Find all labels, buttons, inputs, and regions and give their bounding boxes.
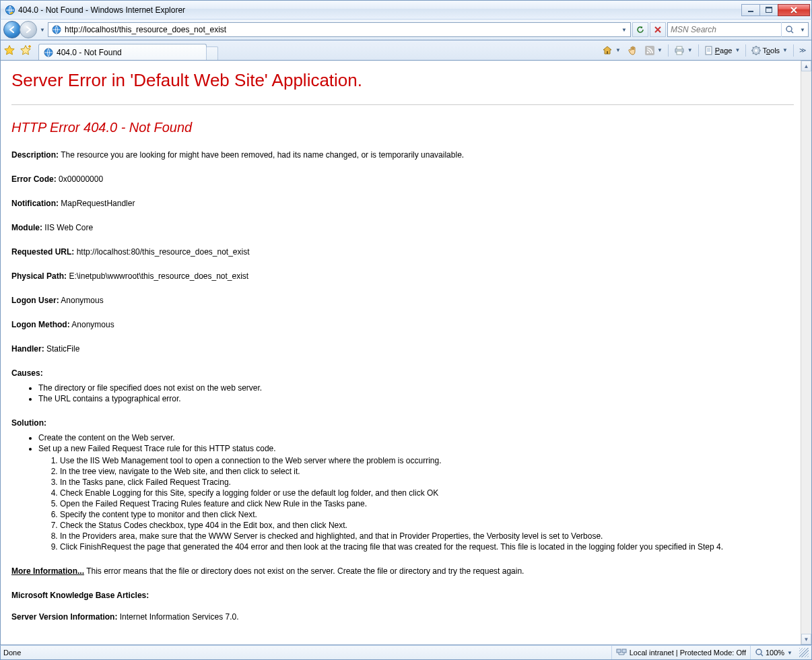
close-button[interactable] (778, 4, 810, 16)
separator (668, 44, 669, 57)
minimize-button[interactable] (741, 4, 760, 16)
field-logon-method: Logon Method: Anonymous (11, 320, 794, 329)
security-zone[interactable]: Local intranet | Protected Mode: Off (611, 646, 750, 659)
more-information: More Information... This error means tha… (11, 566, 794, 576)
new-tab-button[interactable] (206, 46, 218, 60)
command-bar: 404.0 - Not Found ▼ ▼ ▼ Page▼ Tools▼ ≫ (0, 40, 812, 61)
scroll-down-button[interactable]: ▼ (801, 634, 811, 645)
list-item: The directory or file specified does not… (38, 383, 794, 393)
status-bar: Done Local intranet | Protected Mode: Of… (0, 645, 812, 660)
list-item: Create the content on the Web server. (38, 433, 794, 442)
search-button[interactable] (781, 22, 797, 37)
resize-grip[interactable] (799, 648, 809, 657)
zoom-icon (755, 648, 764, 657)
field-logon-user: Logon User: Anonymous (11, 296, 794, 305)
zoom-value: 100% (766, 649, 784, 657)
list-item: Use the IIS Web Management tool to open … (60, 456, 794, 465)
solution-steps: Use the IIS Web Management tool to open … (60, 456, 794, 552)
active-tab[interactable]: 404.0 - Not Found (38, 44, 207, 60)
hand-tool-button[interactable] (625, 43, 641, 58)
list-item: Check the Status Codes checkbox, type 40… (60, 521, 794, 530)
field-error-code: Error Code: 0x00000000 (11, 174, 794, 184)
scroll-track[interactable] (801, 71, 811, 634)
svg-rect-7 (607, 51, 608, 54)
window-titlebar: 404.0 - Not Found - Windows Internet Exp… (0, 0, 812, 19)
divider (11, 104, 794, 105)
toolbar-overflow[interactable]: ≫ (797, 46, 809, 54)
tools-label: Tools (762, 46, 780, 55)
more-information-link[interactable]: More Information... (11, 566, 84, 576)
more-information-text: This error means that the file or direct… (86, 566, 524, 576)
svg-rect-13 (706, 46, 712, 55)
svg-point-9 (646, 51, 648, 53)
ie-icon (5, 5, 15, 15)
status-text: Done (3, 649, 28, 657)
list-item: In the tree view, navigate to the Web si… (60, 467, 794, 476)
page-icon (51, 24, 62, 35)
forward-button[interactable] (20, 21, 37, 38)
page-menu-button[interactable]: Page▼ (702, 43, 743, 58)
solution-list: Create the content on the Web server. Se… (38, 433, 794, 453)
tab-page-icon (43, 47, 54, 58)
tab-title: 404.0 - Not Found (57, 48, 202, 57)
search-input[interactable] (669, 24, 781, 35)
separator (793, 44, 794, 57)
vertical-scrollbar[interactable]: ▲ ▼ (801, 61, 811, 645)
separator (698, 44, 699, 57)
svg-rect-17 (622, 649, 626, 653)
print-button[interactable]: ▼ (671, 43, 696, 58)
favorites-center-button[interactable] (3, 44, 15, 57)
maximize-button[interactable] (759, 4, 778, 16)
field-module: Module: IIS Web Core (11, 223, 794, 232)
field-requested-url: Requested URL: http://localhost:80/this_… (11, 247, 794, 257)
navigation-bar: ▼ ▼ ▼ (0, 19, 812, 40)
causes-heading: Causes: (11, 368, 794, 378)
list-item: Check Enable Logging for this Site, spec… (60, 488, 794, 498)
list-item: Click FinishRequest the page that genera… (60, 542, 794, 552)
zoom-dropdown[interactable]: ▼ (787, 650, 792, 656)
add-favorite-button[interactable] (20, 44, 32, 57)
svg-rect-11 (677, 46, 682, 49)
solution-heading: Solution: (11, 418, 794, 428)
back-button[interactable] (3, 21, 21, 38)
search-provider-dropdown[interactable]: ▼ (797, 27, 807, 33)
refresh-button[interactable] (632, 22, 648, 37)
list-item: Open the Failed Request Tracing Rules fe… (60, 499, 794, 508)
scroll-up-button[interactable]: ▲ (801, 61, 811, 71)
kb-heading: Microsoft Knowledge Base Articles: (11, 591, 794, 600)
intranet-icon (616, 648, 627, 657)
svg-rect-1 (748, 11, 753, 12)
window-title: 404.0 - Not Found - Windows Internet Exp… (18, 5, 742, 15)
field-physical-path: Physical Path: E:\inetpub\wwwroot\this_r… (11, 271, 794, 281)
stop-button[interactable] (650, 22, 666, 37)
list-item: Specify the content type to monitor and … (60, 510, 794, 519)
search-box[interactable]: ▼ (667, 22, 809, 37)
svg-rect-12 (677, 51, 682, 55)
server-version-info: Server Version Information: Internet Inf… (11, 612, 794, 622)
address-bar[interactable]: ▼ (48, 22, 631, 37)
error-heading: Server Error in 'Default Web Site' Appli… (11, 70, 794, 91)
list-item: The URL contains a typographical error. (38, 394, 794, 403)
address-dropdown[interactable]: ▼ (618, 27, 629, 33)
svg-rect-3 (766, 7, 772, 8)
error-subheading: HTTP Error 404.0 - Not Found (11, 120, 794, 135)
svg-point-18 (756, 649, 762, 655)
field-handler: Handler: StaticFile (11, 344, 794, 354)
feeds-button[interactable]: ▼ (642, 43, 665, 58)
address-input[interactable] (63, 24, 618, 35)
causes-list: The directory or file specified does not… (38, 383, 794, 403)
field-description: Description: The resource you are lookin… (11, 150, 794, 160)
error-page: Server Error in 'Default Web Site' Appli… (1, 61, 801, 645)
svg-point-5 (786, 26, 792, 32)
list-item: Set up a new Failed Request Trace rule f… (38, 444, 794, 453)
content-viewport: Server Error in 'Default Web Site' Appli… (0, 61, 812, 645)
tools-menu-button[interactable]: Tools▼ (749, 43, 790, 58)
zone-text: Local intranet | Protected Mode: Off (630, 649, 746, 657)
list-item: In the Providers area, make sure that th… (60, 531, 794, 541)
nav-history-dropdown[interactable]: ▼ (37, 21, 46, 38)
zoom-control[interactable]: 100% ▼ (750, 646, 797, 659)
home-button[interactable]: ▼ (599, 43, 623, 58)
separator (745, 44, 746, 57)
field-notification: Notification: MapRequestHandler (11, 199, 794, 208)
svg-point-15 (755, 49, 757, 52)
